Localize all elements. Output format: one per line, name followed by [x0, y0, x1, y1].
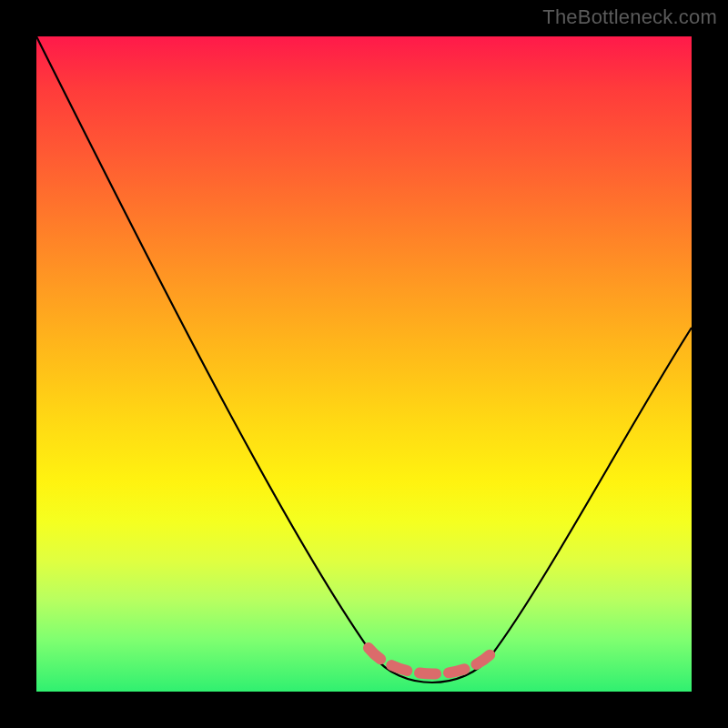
- chart-frame: TheBottleneck.com: [0, 0, 728, 728]
- bottleneck-curve: [36, 36, 692, 682]
- watermark-text: TheBottleneck.com: [542, 5, 717, 29]
- plot-area: [36, 36, 692, 692]
- curve-svg: [36, 36, 692, 692]
